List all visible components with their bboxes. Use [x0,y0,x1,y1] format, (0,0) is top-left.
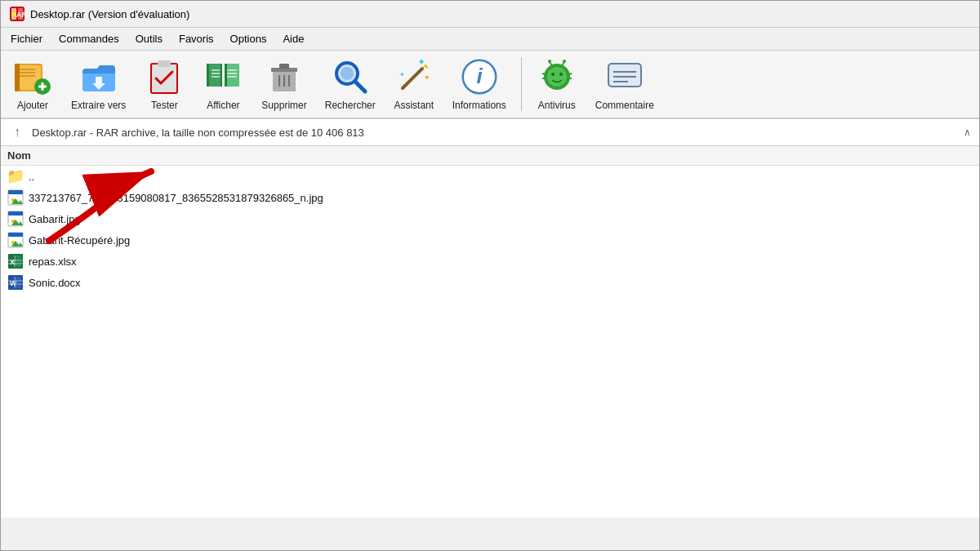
svg-text:AR: AR [16,11,25,19]
excel-icon: X [7,253,24,269]
toolbar-separator [521,57,522,111]
list-item[interactable]: 📁 .. [1,166,979,187]
address-bar: ↑ Desktop.rar - RAR archive, la taille n… [1,119,979,146]
svg-point-51 [559,73,563,76]
antivirus-label: Antivirus [538,100,576,111]
svg-rect-7 [19,69,35,70]
menu-fichier[interactable]: Fichier [4,30,49,47]
file-name: repas.xlsx [29,256,77,268]
toolbar: Ajouter Extraire vers Tes [1,51,979,119]
add-icon [13,57,52,96]
svg-rect-74 [8,233,23,237]
info-button[interactable]: i Informations [444,54,514,114]
comment-icon [605,57,644,96]
find-label: Rechercher [325,100,376,111]
address-text: Desktop.rar - RAR archive, la taille non… [32,127,364,139]
comment-button[interactable]: Commentaire [587,54,662,114]
svg-rect-8 [19,72,35,73]
delete-label: Supprimer [261,100,306,111]
svg-rect-21 [225,64,227,87]
title-bar: R AR Desktop.rar (Version d'évaluation) [1,1,979,28]
svg-text:✦: ✦ [417,57,425,68]
svg-rect-10 [15,64,20,91]
chevron-up-icon: ∧ [964,127,971,138]
svg-rect-60 [608,64,641,87]
file-name: 337213767_790473159080817_83655285318793… [29,192,323,204]
menu-options[interactable]: Options [224,30,274,47]
menu-bar: Fichier Commandes Outils Favoris Options… [1,28,979,51]
file-list-header: Nom [1,146,979,166]
file-name: .. [29,171,34,183]
test-button[interactable]: Tester [136,54,193,114]
menu-outils[interactable]: Outils [129,30,169,47]
delete-button[interactable]: Supprimer [253,54,314,114]
svg-point-50 [551,73,555,76]
svg-rect-20 [207,64,209,87]
up-button[interactable]: ↑ [9,123,25,141]
app-icon: R AR [9,6,25,22]
find-button[interactable]: Rechercher [317,54,384,114]
antivirus-icon [537,57,577,96]
svg-rect-17 [158,60,171,67]
test-label: Tester [151,100,178,111]
svg-rect-85 [15,277,21,288]
file-name: Sonic.docx [29,277,81,289]
delete-icon [265,57,304,96]
info-icon: i [460,57,499,96]
svg-rect-9 [19,75,35,77]
list-item[interactable]: Gabarit.jpg [1,208,979,229]
test-icon [145,57,184,96]
svg-rect-79 [15,256,21,267]
info-label: Informations [452,100,506,111]
view-icon [203,57,243,96]
svg-point-49 [547,67,567,87]
svg-rect-70 [8,211,23,216]
svg-text:✦: ✦ [399,71,405,78]
svg-point-54 [548,60,551,63]
wizard-label: Assistant [394,100,434,111]
view-label: Afficher [207,100,239,111]
list-item[interactable]: X repas.xlsx [1,251,979,272]
antivirus-button[interactable]: Antivirus [528,54,586,114]
menu-commandes[interactable]: Commandes [52,30,126,47]
extract-button[interactable]: Extraire vers [63,54,134,114]
svg-point-38 [341,67,354,80]
list-item[interactable]: 337213767_790473159080817_83655285318793… [1,187,979,208]
word-icon: W [7,274,24,291]
wizard-icon: ✦ ✦ ✦ [394,57,434,96]
svg-text:✦: ✦ [424,73,430,82]
svg-text:X: X [10,258,15,266]
svg-line-40 [403,69,422,88]
extract-label: Extraire vers [71,100,126,111]
file-name: Gabarit-Récupéré.jpg [29,234,130,247]
add-button[interactable]: Ajouter [4,54,61,114]
image-icon [7,232,24,248]
folder-icon: 📁 [7,168,24,184]
svg-text:i: i [476,64,483,88]
add-label: Ajouter [17,100,48,111]
menu-favoris[interactable]: Favoris [172,30,220,47]
menu-aide[interactable]: Aide [276,30,310,47]
file-list: Nom 📁 .. 337213767_790473159080817_83655… [1,146,979,518]
list-item[interactable]: W Sonic.docx [1,272,979,293]
find-icon [331,57,370,96]
svg-rect-66 [8,190,23,194]
image-icon [7,189,24,206]
svg-point-55 [563,60,566,63]
svg-line-39 [355,82,365,91]
wizard-button[interactable]: ✦ ✦ ✦ Assistant [385,54,443,114]
comment-label: Commentaire [595,100,654,111]
svg-rect-32 [279,64,289,69]
image-icon [7,211,24,227]
view-button[interactable]: Afficher [194,54,252,114]
svg-rect-13 [42,82,44,91]
extract-icon [79,57,118,96]
list-item[interactable]: Gabarit-Récupéré.jpg [1,229,979,251]
file-name: Gabarit.jpg [29,213,81,225]
title-text: Desktop.rar (Version d'évaluation) [30,8,189,20]
